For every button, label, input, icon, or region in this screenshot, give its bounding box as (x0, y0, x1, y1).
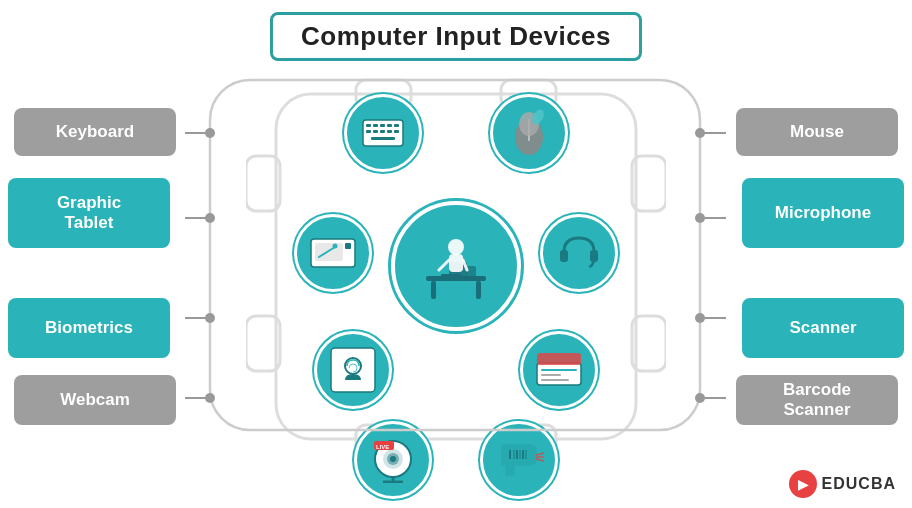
svg-rect-37 (366, 124, 371, 127)
svg-line-81 (536, 453, 544, 455)
svg-rect-66 (541, 379, 569, 381)
svg-rect-56 (345, 243, 351, 249)
mouse-circle (490, 94, 568, 172)
svg-rect-41 (394, 124, 399, 127)
barcode-scanner-icon (494, 437, 544, 483)
scanner-circle (520, 331, 598, 409)
svg-rect-47 (371, 137, 395, 140)
svg-text:LIVE: LIVE (376, 444, 389, 450)
svg-line-83 (536, 459, 544, 461)
svg-rect-65 (541, 374, 561, 376)
biometrics-icon (329, 346, 377, 394)
svg-rect-28 (476, 281, 481, 299)
keyboard-icon (361, 118, 405, 148)
page-title: Computer Input Devices (270, 12, 642, 61)
diagram: LIVE (246, 66, 666, 466)
svg-rect-43 (373, 130, 378, 133)
graphic-tablet-icon (309, 235, 357, 271)
svg-rect-57 (560, 250, 568, 262)
svg-point-12 (205, 393, 215, 403)
svg-point-70 (390, 456, 396, 462)
biometrics-circle (314, 331, 392, 409)
svg-rect-42 (366, 130, 371, 133)
educba-text: EDUCBA (822, 475, 896, 493)
person-at-desk-icon (411, 224, 501, 309)
webcam-icon: LIVE (369, 437, 417, 483)
svg-point-14 (695, 213, 705, 223)
svg-point-10 (205, 213, 215, 223)
webcam-circle: LIVE (354, 421, 432, 499)
svg-rect-64 (541, 369, 577, 371)
mouse-icon (511, 109, 547, 157)
svg-point-11 (205, 313, 215, 323)
svg-point-13 (695, 128, 705, 138)
headset-circle (540, 214, 618, 292)
graphic-tablet-label: GraphicTablet (8, 178, 170, 248)
scanner-icon (535, 351, 583, 389)
center-person-circle (391, 201, 521, 331)
educba-logo: ▶ EDUCBA (789, 470, 896, 498)
mouse-label: Mouse (736, 108, 898, 156)
svg-point-55 (333, 244, 338, 249)
svg-rect-63 (537, 353, 581, 365)
svg-point-15 (695, 313, 705, 323)
graphic-tablet-circle (294, 214, 372, 292)
keyboard-circle (344, 94, 422, 172)
svg-rect-59 (580, 266, 590, 271)
svg-rect-53 (315, 243, 343, 261)
svg-rect-44 (380, 130, 385, 133)
svg-point-33 (448, 239, 464, 255)
svg-rect-30 (441, 274, 461, 277)
scanner-label: Scanner (742, 298, 904, 358)
svg-rect-27 (431, 281, 436, 299)
svg-rect-60 (331, 348, 375, 392)
svg-rect-32 (449, 254, 463, 272)
svg-point-9 (205, 128, 215, 138)
svg-point-16 (695, 393, 705, 403)
barcode-scanner-circle (480, 421, 558, 499)
svg-rect-40 (387, 124, 392, 127)
keyboard-label: Keyboard (14, 108, 176, 156)
microphone-label: Microphone (742, 178, 904, 248)
webcam-label: Webcam (14, 375, 176, 425)
biometrics-label: Biometrics (8, 298, 170, 358)
svg-rect-39 (380, 124, 385, 127)
svg-rect-38 (373, 124, 378, 127)
educba-play-icon: ▶ (789, 470, 817, 498)
barcode-scanner-label: BarcodeScanner (736, 375, 898, 425)
headset-icon (556, 230, 602, 276)
svg-rect-46 (394, 130, 399, 133)
svg-rect-45 (387, 130, 392, 133)
svg-line-34 (439, 260, 449, 270)
